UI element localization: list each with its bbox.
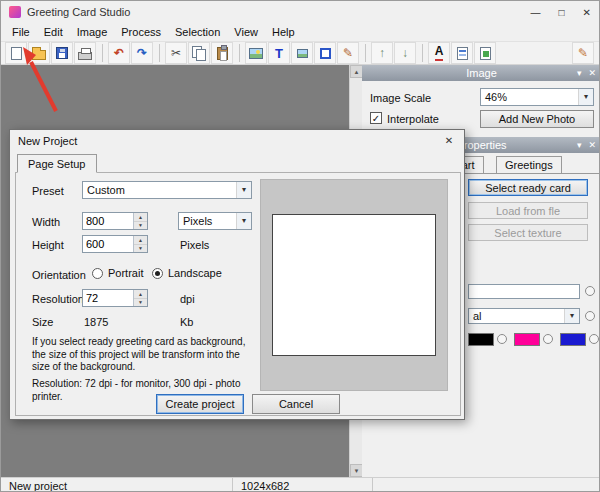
- font-tool-icon: A: [435, 45, 444, 60]
- create-project-button[interactable]: Create project: [156, 394, 244, 414]
- tab-page-setup[interactable]: Page Setup: [17, 154, 97, 173]
- menu-selection[interactable]: Selection: [168, 23, 227, 41]
- toolbar-insert-image-button[interactable]: [245, 42, 267, 64]
- paint-tool-icon: ✎: [343, 47, 353, 59]
- color-swatch-blue[interactable]: [560, 333, 586, 346]
- select-ready-card-button[interactable]: Select ready card: [468, 179, 588, 196]
- preset-label: Preset: [32, 185, 64, 197]
- interpolate-checkbox[interactable]: ✓: [370, 112, 382, 124]
- properties-panel-close-icon[interactable]: ✕: [588, 140, 596, 150]
- height-label: Height: [32, 239, 64, 251]
- spin-up-icon[interactable]: ▲: [134, 290, 147, 299]
- close-button[interactable]: ✕: [583, 7, 591, 18]
- maximize-button[interactable]: □: [559, 7, 565, 18]
- menu-help[interactable]: Help: [265, 23, 302, 41]
- select-texture-button[interactable]: Select texture: [468, 224, 588, 241]
- swatch-picker-icon[interactable]: [497, 334, 507, 344]
- titlebar: Greeting Card Studio — □ ✕: [1, 1, 599, 23]
- resolution-input[interactable]: [83, 290, 133, 306]
- toolbar-copy-button[interactable]: [188, 42, 210, 64]
- menu-edit[interactable]: Edit: [37, 23, 70, 41]
- width-unit-combo[interactable]: Pixels ▾: [178, 212, 252, 230]
- image-scale-combo[interactable]: 46% ▾: [480, 88, 594, 106]
- toolbar-text-button[interactable]: T: [268, 42, 290, 64]
- app-icon: [9, 6, 21, 18]
- toolbar-page-layout-button[interactable]: [451, 42, 473, 64]
- text-tool-icon: T: [275, 47, 283, 60]
- status-spacer: [373, 478, 600, 492]
- chevron-down-icon: ▾: [236, 182, 251, 198]
- paste-icon: [217, 47, 228, 60]
- new-project-dialog: New Project ✕ Page Setup Preset Custom ▾…: [9, 129, 465, 420]
- preset-combo[interactable]: Custom ▾: [82, 181, 252, 199]
- height-input[interactable]: [83, 236, 133, 252]
- toolbar-edit-page-button[interactable]: ✎: [572, 42, 594, 64]
- frame-tool-icon: [320, 48, 331, 59]
- tab-greetings[interactable]: Greetings: [496, 156, 562, 173]
- menu-process[interactable]: Process: [114, 23, 168, 41]
- font-color-picker-icon[interactable]: [585, 311, 595, 321]
- toolbar-print-button[interactable]: [74, 42, 96, 64]
- landscape-label: Landscape: [168, 267, 222, 279]
- toolbar-font-button[interactable]: A: [428, 42, 450, 64]
- toolbar-undo-button[interactable]: ↶: [108, 42, 130, 64]
- minimize-button[interactable]: —: [531, 7, 541, 18]
- cut-icon: ✂: [171, 47, 181, 59]
- color-swatch-black[interactable]: [468, 333, 494, 346]
- height-unit-label: Pixels: [180, 239, 209, 251]
- image-scale-label: Image Scale: [370, 92, 431, 104]
- width-stepper: ▲▼: [82, 212, 148, 230]
- spin-up-icon[interactable]: ▲: [134, 213, 147, 222]
- chevron-down-icon: ▾: [564, 309, 579, 323]
- dialog-close-button[interactable]: ✕: [434, 130, 464, 151]
- image-panel-close-icon[interactable]: ✕: [588, 68, 596, 78]
- menu-image[interactable]: Image: [70, 23, 115, 41]
- text-color-picker-icon[interactable]: [585, 286, 595, 296]
- font-combo[interactable]: al ▾: [468, 308, 580, 324]
- statusbar: New project 1024x682: [1, 477, 600, 492]
- spin-down-icon[interactable]: ▼: [134, 245, 147, 253]
- toolbar-separator: [365, 44, 366, 62]
- preview-area: [260, 179, 448, 391]
- spin-up-icon[interactable]: ▲: [134, 236, 147, 245]
- width-input[interactable]: [83, 213, 133, 229]
- toolbar-move-down-button[interactable]: ↓: [394, 42, 416, 64]
- spin-down-icon[interactable]: ▼: [134, 222, 147, 230]
- redo-icon: ↷: [137, 47, 147, 59]
- window-controls: — □ ✕: [531, 7, 591, 18]
- properties-panel-collapse-icon[interactable]: ▾: [577, 140, 582, 150]
- swatch-picker-icon[interactable]: [543, 334, 553, 344]
- toolbar-frame-button[interactable]: [314, 42, 336, 64]
- spin-down-icon[interactable]: ▼: [134, 299, 147, 307]
- toolbar-move-up-button[interactable]: ↑: [371, 42, 393, 64]
- toolbar-open-button[interactable]: [28, 42, 50, 64]
- image-panel-collapse-icon[interactable]: ▾: [577, 68, 582, 78]
- toolbar-cut-button[interactable]: ✂: [165, 42, 187, 64]
- swatch-picker-icon[interactable]: [589, 334, 599, 344]
- radio-icon: [92, 268, 103, 279]
- orientation-label: Orientation: [32, 269, 86, 281]
- size-value: 1875: [84, 316, 108, 328]
- new-document-icon: [11, 47, 22, 60]
- portrait-radio[interactable]: Portrait: [92, 267, 143, 279]
- toolbar-save-button[interactable]: [51, 42, 73, 64]
- toolbar-insert-photo-button[interactable]: [291, 42, 313, 64]
- toolbar-paint-button[interactable]: ✎: [337, 42, 359, 64]
- add-new-photo-button[interactable]: Add New Photo: [480, 110, 594, 128]
- toolbar-new-button[interactable]: [5, 42, 27, 64]
- color-swatch-pink[interactable]: [514, 333, 540, 346]
- toolbar-page-preview-button[interactable]: [474, 42, 496, 64]
- load-from-file-button[interactable]: Load from fle: [468, 202, 588, 219]
- toolbar-redo-button[interactable]: ↷: [131, 42, 153, 64]
- landscape-radio[interactable]: Landscape: [152, 267, 222, 279]
- preset-value: Custom: [87, 184, 125, 196]
- menu-view[interactable]: View: [227, 23, 265, 41]
- insert-photo-icon: [297, 49, 308, 58]
- greeting-text-input[interactable]: [468, 284, 580, 299]
- toolbar-paste-button[interactable]: [211, 42, 233, 64]
- width-label: Width: [32, 216, 60, 228]
- chevron-down-icon: ▾: [236, 213, 251, 229]
- cancel-button[interactable]: Cancel: [252, 394, 340, 414]
- menu-file[interactable]: File: [5, 23, 37, 41]
- status-canvas-size: 1024x682: [233, 478, 373, 492]
